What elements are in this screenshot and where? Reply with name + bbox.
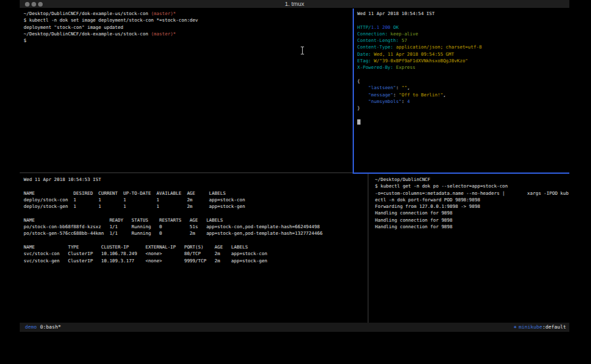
kube-context-name: minikube xyxy=(519,324,542,330)
terminal-line: -o=custom-columns=:metadata.name --no-he… xyxy=(375,190,569,197)
terminal-line: NAME DESIRED CURRENT UP-TO-DATE AVAILABL… xyxy=(24,190,368,197)
terminal-line: "lastseen": "", xyxy=(357,85,569,91)
terminal-line: Date: Wed, 11 Apr 2018 09:54:55 GMT xyxy=(357,51,569,58)
terminal-line: "message": "Off to Berlin!", xyxy=(357,92,569,98)
kube-namespace: :default xyxy=(542,324,566,330)
terminal-line: Handling connection for 9898 xyxy=(375,210,569,216)
terminal-line: { xyxy=(357,78,569,85)
terminal-line: Forwarding from 127.0.0.1:9898 -> 9898 xyxy=(375,203,569,210)
terminal-line: Wed 11 Apr 2018 10:54:54 IST xyxy=(357,10,569,17)
terminal-line: Wed 11 Apr 2018 10:54:53 IST xyxy=(24,176,368,183)
terminal-line: Content-Length: 57 xyxy=(357,37,569,44)
terminal-line: HTTP/1.1 200 OK xyxy=(357,24,569,31)
terminal-line: ETag: W/"39-0xBPf9aF1dXVNkhsxoBQgJ8vKzo" xyxy=(357,58,569,64)
terminal-line: } xyxy=(357,105,569,111)
pane-top-right-http-response[interactable]: Wed 11 Apr 2018 10:54:54 IST HTTP/1.1 20… xyxy=(354,9,569,172)
terminal-window: 1. tmux ~/Desktop/DublinCNCF/dok-example… xyxy=(20,0,569,332)
pane-bottom-right-port-forward[interactable]: ~/Desktop/DublinCNCF$ kubectl get -n dok… xyxy=(370,174,569,323)
terminal-line: ~/Desktop/DublinCNCF/dok-example-us/stoc… xyxy=(24,31,353,37)
window-title: 1. tmux xyxy=(20,1,569,7)
terminal-line: $ kubectl -n dok set image deployment/st… xyxy=(24,17,353,24)
terminal-line xyxy=(24,210,368,216)
terminal-line: NAME READY STATUS RESTARTS AGE LABELS xyxy=(24,217,368,224)
terminal-line: deploy/stock-con 1 1 1 1 2m app=stock-co… xyxy=(24,197,368,203)
terminal-line: deploy/stock-gen 1 1 1 1 2m app=stock-ge… xyxy=(24,203,368,210)
ibeam-bottom-serif xyxy=(301,54,304,54)
terminal-line: "numsymbols": 4 xyxy=(357,98,569,105)
terminal-line: po/stock-con-bb68f88fd-kzsxz 1/1 Running… xyxy=(24,224,368,230)
terminal-line: $ xyxy=(24,37,353,44)
title-bar[interactable]: 1. tmux xyxy=(20,0,569,9)
terminal-line xyxy=(357,111,569,118)
terminal-line: svc/stock-con ClusterIP 10.106.78.249 <n… xyxy=(24,251,368,257)
pane-top-left-shell[interactable]: ~/Desktop/DublinCNCF/dok-example-us/stoc… xyxy=(20,9,353,172)
pane-divider-vertical-bottom[interactable] xyxy=(368,174,368,323)
ibeam-stem xyxy=(302,47,303,54)
terminal-line: $ kubectl get -n dok po --selector=app=s… xyxy=(375,183,569,190)
pane-divider-horizontal-right[interactable] xyxy=(353,172,569,174)
terminal-line xyxy=(357,17,569,24)
tmux-session-area: ~/Desktop/DublinCNCF/dok-example-us/stoc… xyxy=(20,9,569,323)
terminal-line: NAME TYPE CLUSTER-IP EXTERNAL-IP PORT(S)… xyxy=(24,244,368,251)
terminal-line xyxy=(24,237,368,244)
terminal-line xyxy=(357,119,569,125)
terminal-line: Handling connection for 9898 xyxy=(375,217,569,224)
pane-bottom-left-kubectl-get[interactable]: Wed 11 Apr 2018 10:54:53 IST NAME DESIRE… xyxy=(20,174,368,323)
terminal-line xyxy=(24,183,368,190)
terminal-block-cursor xyxy=(357,119,361,125)
terminal-line: po/stock-gen-576cc688bb-44kmn 1/1 Runnin… xyxy=(24,230,368,237)
active-window-label[interactable]: 0:bash* xyxy=(40,324,61,330)
terminal-line: deployment "stock-con" image updated xyxy=(24,24,353,31)
status-bar-right: ⎈minikube:default xyxy=(514,323,566,332)
pane-divider-horizontal-left[interactable] xyxy=(20,172,353,173)
session-name-badge: demo xyxy=(25,324,37,330)
terminal-line: ~/Desktop/DublinCNCF/dok-example-us/stoc… xyxy=(24,10,353,17)
terminal-line xyxy=(357,71,569,78)
kubernetes-helm-icon: ⎈ xyxy=(514,324,517,330)
mouse-ibeam-cursor xyxy=(301,47,304,54)
terminal-line: ~/Desktop/DublinCNCF xyxy=(375,176,569,183)
terminal-line: X-Powered-By: Express xyxy=(357,64,569,71)
terminal-line: svc/stock-gen ClusterIP 10.109.3.177 <no… xyxy=(24,258,368,264)
status-bar-left: demo0:bash* xyxy=(25,323,61,332)
terminal-line: Handling connection for 9898 xyxy=(375,224,569,230)
terminal-line: ectl -n dok port-forward POD 9898:9898 xyxy=(375,197,569,203)
tmux-status-bar: demo0:bash* ⎈minikube:default xyxy=(20,323,569,332)
desktop-background: 1. tmux ~/Desktop/DublinCNCF/dok-example… xyxy=(0,0,591,364)
terminal-line: Content-Type: application/json; charset=… xyxy=(357,44,569,51)
terminal-line: Connection: keep-alive xyxy=(357,31,569,37)
